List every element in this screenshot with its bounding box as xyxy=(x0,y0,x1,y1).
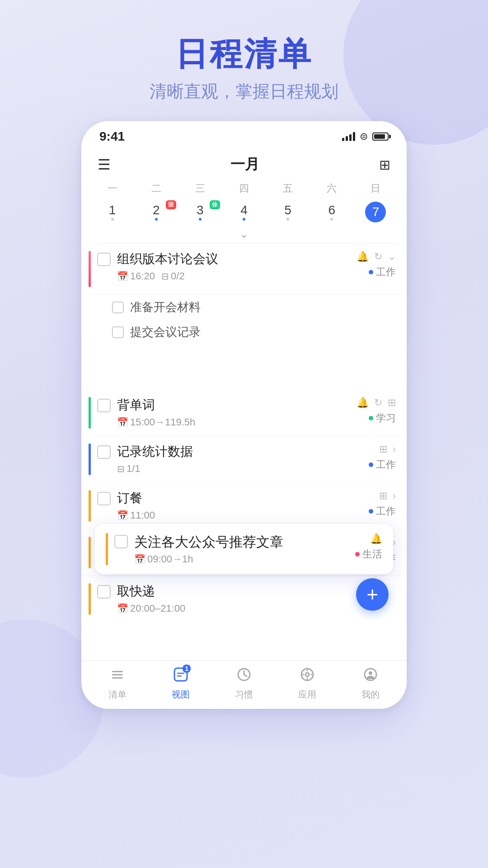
grid-icon-4[interactable]: ⊞ xyxy=(379,443,387,455)
floating-task-meta: 📅 09:00→1h xyxy=(134,553,351,565)
bell-icon-1[interactable]: 🔔 xyxy=(357,251,369,263)
tab-icon-list xyxy=(109,666,126,687)
task-bar-3 xyxy=(89,397,91,429)
task-tag-4: 工作 xyxy=(369,458,396,472)
subtask-title-1-2: 提交会议记录 xyxy=(130,324,201,340)
subtask-1-2: 提交会议记录 xyxy=(81,320,407,344)
menu-icon[interactable]: ☰ xyxy=(98,156,111,173)
subtask-checkbox-1-2[interactable] xyxy=(112,326,124,338)
tab-label-profile: 我的 xyxy=(361,689,380,701)
floating-task-actions: 🔔 xyxy=(370,533,382,545)
tab-label-list: 清单 xyxy=(108,689,127,701)
task-checkbox-7[interactable] xyxy=(97,585,111,599)
floating-bell-icon[interactable]: 🔔 xyxy=(370,533,382,545)
phone-mockup: 9:41 ⊜ ☰ 一月 ⊞ 一 二 三 xyxy=(81,121,407,709)
calendar-view-icon[interactable]: ⊞ xyxy=(379,157,390,173)
status-bar: 9:41 ⊜ xyxy=(81,121,407,147)
arrow-icon-5[interactable]: › xyxy=(393,490,396,502)
calendar-expand[interactable]: ⌄ xyxy=(81,225,407,243)
tab-label-view: 视图 xyxy=(172,689,190,701)
status-icons: ⊜ xyxy=(342,131,389,142)
subtask-title-1-1: 准备开会材料 xyxy=(130,299,201,315)
week-header: 一 二 三 四 五 六 日 xyxy=(81,180,407,197)
tab-label-habit: 习惯 xyxy=(235,689,253,701)
calendar-meta-icon-3: 📅 xyxy=(117,417,128,428)
task-actions-1: 🔔 ↻ ⌄ xyxy=(357,251,396,263)
calendar-month: 一月 xyxy=(230,155,259,175)
calendar-date-1[interactable]: 1 xyxy=(90,201,134,223)
tab-label-app: 应用 xyxy=(298,689,316,701)
date-badge-2: 班 xyxy=(166,200,176,209)
subtask-checkbox-1-1[interactable] xyxy=(112,302,124,313)
weekday-tue: 二 xyxy=(134,180,178,197)
floating-task-bar xyxy=(106,533,108,565)
svg-rect-2 xyxy=(112,677,123,679)
tab-item-profile[interactable]: 我的 xyxy=(350,666,391,701)
svg-point-14 xyxy=(369,671,372,675)
task-right-1: 🔔 ↻ ⌄ 工作 xyxy=(357,251,396,279)
add-task-fab[interactable]: + xyxy=(356,578,389,611)
expand-icon-1[interactable]: ⌄ xyxy=(388,251,396,263)
subtask-1-1: 准备开会材料 xyxy=(81,295,407,320)
grid-icon-3[interactable]: ⊞ xyxy=(388,397,396,409)
task-title-4: 记录统计数据 xyxy=(117,443,364,460)
weekday-mon: 一 xyxy=(90,180,134,197)
calendar-meta-icon-5: 📅 xyxy=(117,510,128,521)
task-checkbox-5[interactable] xyxy=(97,492,111,505)
date-badge-3: 休 xyxy=(210,200,220,209)
calendar-dates: 1 2 班 3 休 4 5 xyxy=(81,197,407,225)
tab-icon-app xyxy=(299,666,315,687)
tab-item-list[interactable]: 清单 xyxy=(97,666,138,701)
task-title-5: 订餐 xyxy=(117,490,364,506)
task-bar-7 xyxy=(89,583,91,615)
status-time: 9:41 xyxy=(99,129,125,144)
bell-icon-3[interactable]: 🔔 xyxy=(357,397,369,409)
arrow-icon-4[interactable]: › xyxy=(393,443,396,455)
svg-point-8 xyxy=(305,673,309,676)
tab-item-view[interactable]: 1 视图 xyxy=(160,666,201,701)
calendar-date-4[interactable]: 4 xyxy=(222,201,266,223)
task-checkbox-1[interactable] xyxy=(97,253,111,266)
task-title-1: 组织版本讨论会议 xyxy=(117,251,352,267)
grid-icon-5[interactable]: ⊞ xyxy=(379,490,387,502)
calendar-meta-icon: 📅 xyxy=(117,271,128,282)
floating-task-content: 关注各大公众号推荐文章 📅 09:00→1h xyxy=(134,533,351,565)
task-meta-7: 📅 20:00–21:00 xyxy=(117,603,396,614)
task-item-3: 背单词 📅 15:00→119.5h 🔔 ↻ ⊞ xyxy=(81,390,407,436)
floating-task-tag: 生活 xyxy=(355,547,382,561)
refresh-icon-1[interactable]: ↻ xyxy=(374,251,382,263)
svg-rect-1 xyxy=(112,674,123,675)
weekday-thu: 四 xyxy=(222,180,266,197)
task-content-4: 记录统计数据 ⊟ 1/1 xyxy=(117,443,364,474)
tab-bar: 清单 1 视图 xyxy=(81,660,407,709)
tab-icon-profile xyxy=(362,666,379,687)
subtask-meta-icon: ⊟ xyxy=(161,271,169,282)
floating-calendar-icon: 📅 xyxy=(134,554,145,565)
task-right-3: 🔔 ↻ ⊞ 学习 xyxy=(357,397,396,425)
calendar-date-3[interactable]: 3 休 xyxy=(178,201,222,223)
tab-item-habit[interactable]: 习惯 xyxy=(224,666,264,701)
floating-task-title: 关注各大公众号推荐文章 xyxy=(134,533,351,551)
tab-item-app[interactable]: 应用 xyxy=(287,666,328,701)
task-checkbox-4[interactable] xyxy=(97,445,111,459)
task-list-container: 组织版本讨论会议 📅 16:20 ⊟ 0/2 🔔 xyxy=(81,244,407,660)
weekday-fri: 五 xyxy=(266,180,310,197)
refresh-icon-3[interactable]: ↻ xyxy=(374,397,382,409)
task-title-7: 取快递 xyxy=(117,583,396,599)
floating-card-space xyxy=(81,344,407,390)
task-checkbox-3[interactable] xyxy=(97,399,111,412)
task-meta-1: 📅 16:20 ⊟ 0/2 xyxy=(117,270,352,282)
signal-icon xyxy=(342,132,355,141)
floating-task-checkbox[interactable] xyxy=(114,535,128,548)
calendar-header: ☰ 一月 ⊞ xyxy=(81,147,407,180)
calendar-date-7[interactable]: 7 xyxy=(354,199,398,225)
task-meta-5: 📅 11:00 xyxy=(117,509,364,521)
calendar-date-6[interactable]: 6 xyxy=(310,201,354,223)
task-actions-3: 🔔 ↻ ⊞ xyxy=(357,397,396,409)
phone-wrapper: 9:41 ⊜ ☰ 一月 ⊞ 一 二 三 xyxy=(0,121,488,709)
floating-card: 关注各大公众号推荐文章 📅 09:00→1h 🔔 生活 xyxy=(95,524,393,574)
calendar-date-2[interactable]: 2 班 xyxy=(134,201,178,223)
tab-icon-view: 1 xyxy=(173,666,189,687)
task-bar-4 xyxy=(89,443,91,475)
calendar-date-5[interactable]: 5 xyxy=(266,201,310,223)
